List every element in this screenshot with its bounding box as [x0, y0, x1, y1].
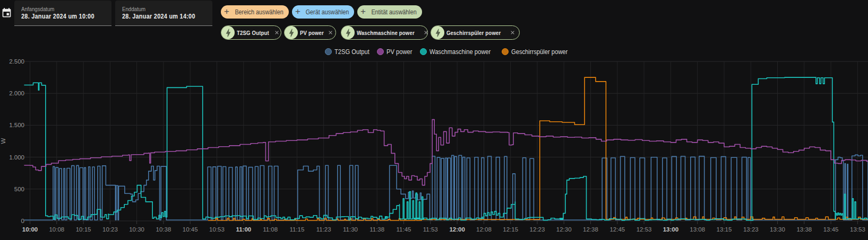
- svg-text:11:23: 11:23: [316, 226, 331, 233]
- svg-text:13:45: 13:45: [823, 226, 839, 233]
- svg-text:13:00: 13:00: [663, 226, 678, 233]
- svg-text:2.000: 2.000: [9, 90, 24, 96]
- svg-text:12:00: 12:00: [449, 226, 465, 233]
- svg-text:11:15: 11:15: [289, 226, 304, 233]
- svg-text:12:38: 12:38: [583, 226, 598, 233]
- svg-text:W: W: [0, 138, 6, 144]
- svg-text:10:45: 10:45: [183, 226, 198, 233]
- svg-text:11:30: 11:30: [343, 226, 358, 233]
- svg-text:10:53: 10:53: [209, 226, 225, 233]
- svg-text:12:23: 12:23: [530, 226, 545, 233]
- svg-text:10:08: 10:08: [49, 226, 64, 233]
- svg-text:13:53: 13:53: [850, 226, 865, 233]
- svg-text:13:15: 13:15: [717, 226, 732, 233]
- svg-text:2.500: 2.500: [9, 58, 24, 65]
- svg-text:0: 0: [21, 218, 24, 224]
- svg-text:12:53: 12:53: [637, 226, 652, 233]
- svg-text:13:23: 13:23: [743, 226, 759, 233]
- svg-text:12:30: 12:30: [556, 226, 572, 233]
- svg-text:12:45: 12:45: [609, 226, 625, 233]
- svg-text:10:15: 10:15: [76, 226, 91, 233]
- svg-text:1.500: 1.500: [9, 122, 24, 128]
- svg-text:13:38: 13:38: [796, 226, 812, 233]
- svg-text:10:23: 10:23: [102, 226, 118, 233]
- svg-text:1.000: 1.000: [9, 154, 24, 161]
- svg-text:13:08: 13:08: [690, 226, 705, 233]
- svg-text:11:08: 11:08: [263, 226, 278, 233]
- svg-text:10:00: 10:00: [22, 226, 38, 233]
- svg-text:11:45: 11:45: [397, 226, 411, 233]
- svg-text:500: 500: [14, 186, 24, 192]
- svg-text:11:00: 11:00: [236, 226, 251, 233]
- svg-text:13:30: 13:30: [770, 226, 785, 233]
- svg-text:10:38: 10:38: [156, 226, 171, 233]
- svg-text:11:53: 11:53: [423, 226, 438, 233]
- svg-text:10:30: 10:30: [129, 226, 144, 233]
- svg-text:12:08: 12:08: [476, 226, 492, 233]
- svg-text:12:15: 12:15: [503, 226, 518, 233]
- svg-text:11:38: 11:38: [369, 226, 384, 233]
